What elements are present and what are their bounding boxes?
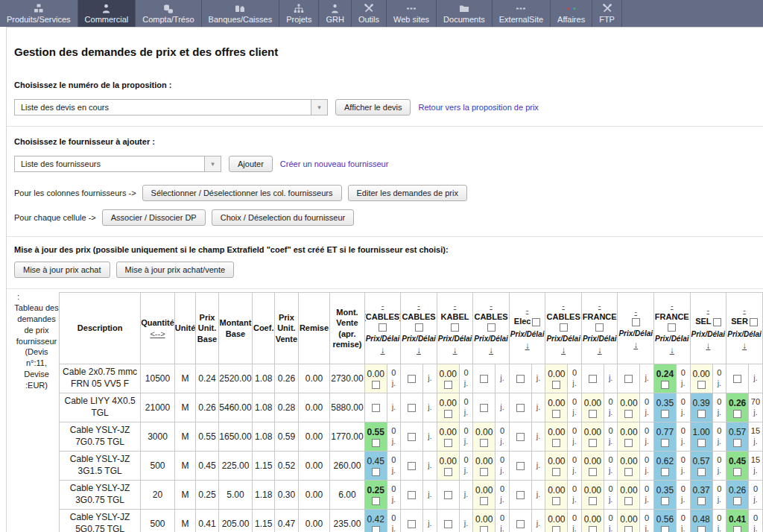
dp-cell-checkbox[interactable]	[480, 468, 488, 476]
dp-cell-checkbox[interactable]	[624, 375, 633, 383]
supplier-select-checkbox[interactable]	[750, 318, 758, 326]
dp-cell-checkbox[interactable]	[589, 410, 597, 418]
dp-cell-checkbox[interactable]	[444, 491, 452, 499]
dp-cell-checkbox[interactable]	[552, 526, 560, 532]
supplier-select-checkbox[interactable]	[487, 323, 496, 332]
supplier-sort-down-link[interactable]: ↓	[525, 341, 530, 350]
supplier-sort-down-link[interactable]: ↓	[742, 341, 747, 350]
supplier-sort-down-link[interactable]: ↓	[598, 346, 602, 355]
dp-cell-checkbox[interactable]	[624, 468, 633, 476]
dp-cell-checkbox[interactable]	[372, 381, 380, 389]
creer-fournisseur-link[interactable]: Créer un nouveau fournisseur	[280, 159, 389, 168]
dp-cell-checkbox[interactable]	[624, 497, 633, 505]
dp-cell-checkbox[interactable]	[444, 410, 452, 418]
select-deselect-columns-button[interactable]: Sélectionner / Déselectionner les col. f…	[142, 185, 342, 201]
nav-item-commercial[interactable]: Commercial	[78, 0, 136, 27]
quantity-swap-link[interactable]: <-->	[141, 329, 174, 339]
dp-cell-checkbox[interactable]	[697, 526, 706, 532]
dp-cell-checkbox[interactable]	[444, 381, 452, 389]
dp-cell-checkbox[interactable]	[372, 439, 380, 447]
nav-item-compta-treso[interactable]: Compta/Tréso	[136, 0, 201, 27]
dp-cell-checkbox[interactable]	[516, 491, 525, 499]
dp-cell-checkbox[interactable]	[516, 462, 525, 470]
dp-cell-checkbox[interactable]	[589, 468, 597, 476]
dp-cell-checkbox[interactable]	[552, 439, 560, 447]
dp-cell-checkbox[interactable]	[733, 468, 741, 476]
dp-cell-checkbox[interactable]	[372, 404, 380, 412]
dp-cell-checkbox[interactable]	[733, 410, 741, 418]
dp-cell-checkbox[interactable]	[661, 468, 669, 476]
dp-cell-checkbox[interactable]	[408, 491, 416, 499]
supplier-collapse-link[interactable]: -	[454, 302, 457, 310]
dp-cell-checkbox[interactable]	[733, 375, 741, 383]
dp-cell-checkbox[interactable]	[661, 439, 669, 447]
dp-cell-checkbox[interactable]	[697, 381, 706, 389]
supplier-select-checkbox[interactable]	[451, 323, 459, 332]
maj-prix-achat-button[interactable]: Mise à jour prix achat	[14, 262, 110, 278]
editer-demandes-prix-button[interactable]: Editer les demandes de prix	[348, 185, 467, 201]
supplier-sort-down-link[interactable]: ↓	[417, 346, 421, 355]
nav-item-grh[interactable]: GRH	[319, 0, 351, 27]
dp-cell-checkbox[interactable]	[624, 439, 633, 447]
nav-item-ftp[interactable]: FTP	[592, 0, 622, 27]
supplier-sort-down-link[interactable]: ↓	[380, 346, 384, 355]
dp-cell-checkbox[interactable]	[661, 497, 669, 505]
supplier-collapse-link[interactable]: -	[417, 302, 420, 310]
dp-cell-checkbox[interactable]	[444, 439, 452, 447]
dp-cell-checkbox[interactable]	[516, 404, 525, 412]
dp-cell-checkbox[interactable]	[480, 439, 488, 447]
dp-cell-checkbox[interactable]	[589, 439, 597, 447]
dp-cell-checkbox[interactable]	[733, 439, 741, 447]
dp-cell-checkbox[interactable]	[444, 468, 452, 476]
dp-cell-checkbox[interactable]	[697, 439, 706, 447]
dp-cell-checkbox[interactable]	[480, 404, 488, 412]
dp-cell-checkbox[interactable]	[733, 497, 741, 505]
nav-item-documents[interactable]: Documents	[437, 0, 493, 27]
supplier-sort-down-link[interactable]: ↓	[453, 346, 458, 355]
nav-item-outils[interactable]: Outils	[352, 0, 387, 27]
dp-cell-checkbox[interactable]	[372, 497, 380, 505]
dp-cell-checkbox[interactable]	[516, 375, 525, 383]
dp-cell-checkbox[interactable]	[480, 526, 488, 532]
dp-cell-checkbox[interactable]	[661, 526, 669, 532]
supplier-select-checkbox[interactable]	[532, 318, 540, 326]
supplier-select-checkbox[interactable]	[595, 323, 604, 332]
supplier-collapse-link[interactable]: -	[382, 302, 384, 310]
proposition-select[interactable]: Liste des devis en cours ▾	[14, 99, 328, 115]
nav-item-produits-services[interactable]: Produits/Services	[0, 0, 78, 27]
supplier-select-checkbox[interactable]	[713, 318, 721, 326]
ajouter-button[interactable]: Ajouter	[229, 156, 273, 172]
dp-cell-checkbox[interactable]	[661, 381, 669, 389]
dp-cell-checkbox[interactable]	[697, 410, 706, 418]
supplier-collapse-link[interactable]: -	[634, 308, 637, 316]
dp-cell-checkbox[interactable]	[408, 520, 416, 528]
supplier-select-checkbox[interactable]	[560, 323, 568, 332]
supplier-sort-down-link[interactable]: ↓	[706, 341, 710, 350]
supplier-select-checkbox[interactable]	[379, 323, 387, 332]
supplier-collapse-link[interactable]: -	[707, 306, 710, 314]
dp-cell-checkbox[interactable]	[480, 375, 488, 383]
dp-cell-checkbox[interactable]	[372, 468, 380, 476]
dp-cell-checkbox[interactable]	[552, 497, 560, 505]
nav-item-banques-caisses[interactable]: Banques/Caisses	[202, 0, 280, 27]
dp-cell-checkbox[interactable]	[372, 526, 380, 532]
supplier-collapse-link[interactable]: -	[598, 302, 601, 310]
dp-cell-checkbox[interactable]	[444, 520, 452, 528]
associer-dissocier-dp-button[interactable]: Associer / Dissocier DP	[102, 209, 206, 226]
supplier-collapse-link[interactable]: -	[562, 302, 565, 310]
dp-cell-checkbox[interactable]	[480, 497, 488, 505]
dp-cell-checkbox[interactable]	[624, 410, 633, 418]
dp-cell-checkbox[interactable]	[661, 410, 669, 418]
supplier-select-checkbox[interactable]	[632, 318, 640, 326]
dp-cell-checkbox[interactable]	[589, 375, 597, 383]
dp-cell-checkbox[interactable]	[408, 462, 416, 470]
dp-cell-checkbox[interactable]	[552, 410, 560, 418]
supplier-sort-down-link[interactable]: ↓	[670, 346, 674, 355]
supplier-collapse-link[interactable]: -	[671, 302, 674, 310]
dp-cell-checkbox[interactable]	[516, 433, 525, 441]
dp-cell-checkbox[interactable]	[733, 526, 741, 532]
dp-cell-checkbox[interactable]	[408, 375, 416, 383]
nav-item-web-sites[interactable]: Web sites	[387, 0, 437, 27]
dp-cell-checkbox[interactable]	[589, 526, 597, 532]
nav-item-externalsite[interactable]: ExternalSite	[493, 0, 551, 27]
